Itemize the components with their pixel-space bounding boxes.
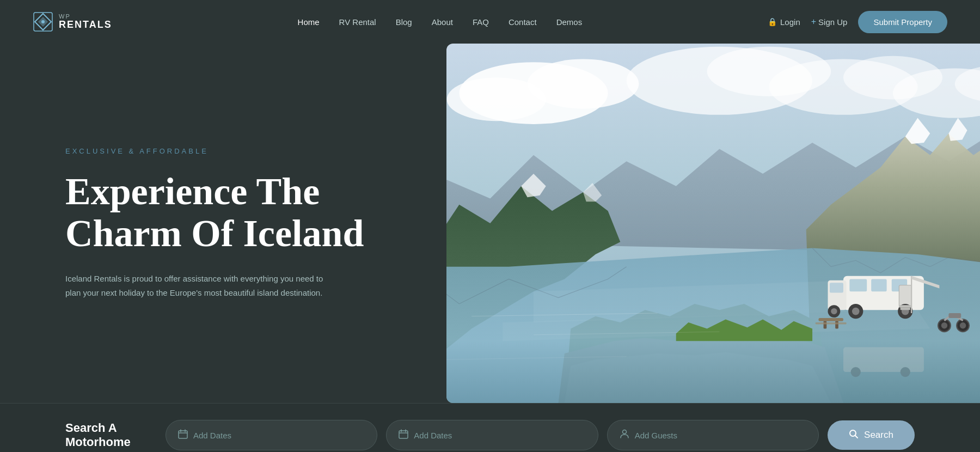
header-actions: 🔒 Login + Sign Up Submit Property (768, 11, 947, 33)
hero-title: Experience The Charm Of Iceland (65, 170, 403, 254)
hero-text-section: Exclusive & Affordable Experience The Ch… (0, 44, 446, 403)
nav-rv-rental[interactable]: RV Rental (339, 17, 376, 27)
search-label: Search A Motorhome (65, 421, 152, 450)
nav-about[interactable]: About (432, 17, 453, 27)
svg-rect-29 (901, 308, 910, 310)
checkin-date-text: Add Dates (193, 431, 231, 440)
nav-demos[interactable]: Demos (556, 17, 583, 27)
svg-rect-38 (948, 313, 961, 318)
main-content: Exclusive & Affordable Experience The Ch… (0, 44, 980, 403)
guests-text: Add Guests (635, 431, 677, 440)
nav-blog[interactable]: Blog (396, 17, 412, 27)
calendar-icon-1 (178, 429, 188, 441)
search-bar-section: Search A Motorhome Add Dates (0, 403, 980, 452)
svg-rect-32 (835, 321, 838, 329)
svg-point-26 (831, 308, 837, 314)
nav-faq[interactable]: FAQ (473, 17, 489, 27)
login-button[interactable]: 🔒 Login (768, 17, 800, 27)
svg-point-3 (41, 20, 45, 23)
hero-description: Iceland Rentals is proud to offer assist… (65, 272, 338, 300)
nav-contact[interactable]: Contact (509, 17, 537, 27)
svg-rect-17 (871, 279, 886, 291)
signup-button[interactable]: + Sign Up (811, 17, 848, 27)
svg-rect-19 (830, 283, 843, 292)
svg-line-55 (855, 436, 858, 438)
svg-rect-16 (849, 279, 867, 291)
svg-point-53 (622, 430, 626, 434)
svg-point-41 (901, 367, 910, 377)
search-fields: Add Dates Add Dates Add Guests (166, 420, 915, 450)
svg-rect-20 (899, 285, 911, 307)
search-icon (849, 429, 859, 441)
lock-icon: 🔒 (768, 17, 777, 26)
svg-point-35 (941, 322, 947, 328)
logo[interactable]: WP RENTALS (33, 11, 112, 32)
svg-rect-49 (399, 431, 408, 438)
checkout-date-text: Add Dates (414, 431, 452, 440)
person-icon (620, 429, 629, 441)
search-label-title: Search A Motorhome (65, 421, 152, 450)
svg-rect-31 (824, 321, 827, 329)
svg-point-7 (447, 78, 546, 121)
submit-property-button[interactable]: Submit Property (858, 11, 947, 33)
svg-rect-33 (816, 322, 847, 324)
svg-rect-28 (899, 305, 911, 308)
svg-point-40 (851, 367, 861, 377)
main-nav: Home RV Rental Blog About FAQ Contact De… (298, 17, 583, 27)
svg-rect-45 (179, 431, 187, 438)
checkin-date-field[interactable]: Add Dates (166, 420, 377, 450)
checkout-date-field[interactable]: Add Dates (386, 420, 598, 450)
header: WP RENTALS Home RV Rental Blog About FAQ… (0, 0, 980, 44)
nav-home[interactable]: Home (298, 17, 320, 27)
logo-rentals-text: RENTALS (59, 20, 112, 30)
search-button[interactable]: Search (828, 420, 915, 450)
svg-point-37 (960, 322, 966, 328)
svg-point-22 (852, 308, 860, 315)
guests-field[interactable]: Add Guests (607, 420, 819, 450)
hero-tagline: Exclusive & Affordable (65, 147, 403, 155)
svg-rect-30 (818, 318, 843, 321)
calendar-icon-2 (399, 429, 408, 441)
hero-image-section (446, 44, 980, 403)
plus-icon: + (811, 17, 816, 27)
hero-image (446, 44, 980, 403)
